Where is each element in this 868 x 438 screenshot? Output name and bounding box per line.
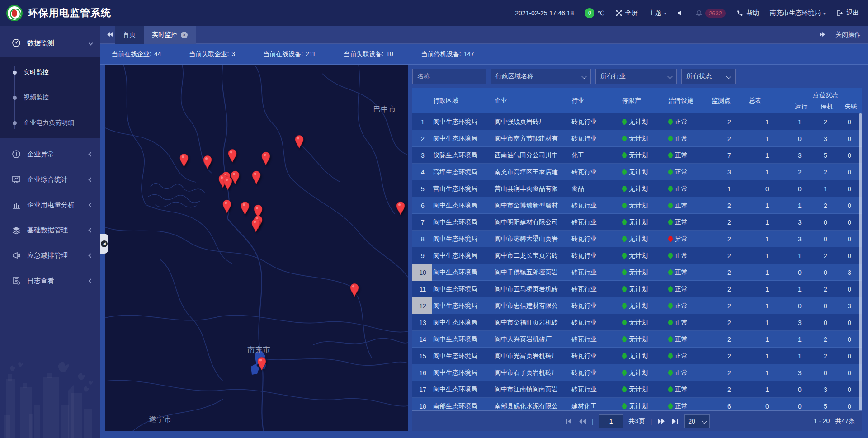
- table-row[interactable]: 16阆中生态环境局阆中市石子页岩机砖厂砖瓦行业无计划正常21300: [412, 364, 862, 381]
- first-page-button[interactable]: [565, 418, 573, 424]
- map-pin[interactable]: [222, 199, 232, 213]
- sidebar-item-emergency-reduction[interactable]: 应急减排管理: [0, 244, 100, 267]
- page-size-select[interactable]: 20: [684, 414, 710, 428]
- table-row[interactable]: 13阆中生态环境局阆中市金福旺页岩机砖砖瓦行业无计划正常21300: [412, 314, 862, 331]
- page-number-input[interactable]: [599, 414, 623, 428]
- cell-lost: 0: [838, 353, 861, 360]
- sidebar-subitem-video-monitoring[interactable]: 视频监控: [0, 85, 100, 110]
- notifications[interactable]: 2632: [695, 9, 726, 18]
- industry-filter-select[interactable]: 所有行业: [595, 69, 677, 84]
- table-row[interactable]: 3仪陇生态环境局西南油气田分公司川中化工无计划正常71350: [412, 147, 862, 164]
- cell-industry: 食品: [571, 185, 621, 193]
- sidebar-subitem-power-load-detail[interactable]: 企业电力负荷明细: [0, 110, 100, 136]
- status-filter-select[interactable]: 所有状态: [681, 69, 736, 84]
- map-pin[interactable]: [222, 176, 233, 190]
- table-row[interactable]: 7阆中生态环境局阆中明阳建材有限公司砖瓦行业无计划正常21300: [412, 214, 862, 231]
- table-row[interactable]: 10阆中生态环境局阆中千佛镇五郎垭页岩砖瓦行业无计划正常21003: [412, 264, 862, 281]
- help-button[interactable]: 帮助: [736, 9, 759, 17]
- map-pin[interactable]: [240, 201, 250, 215]
- cell-run: 2: [787, 169, 813, 176]
- prev-page-button[interactable]: [578, 418, 586, 424]
- map-pin[interactable]: [349, 283, 360, 297]
- row-number: 11: [412, 281, 432, 297]
- table-row[interactable]: 6阆中生态环境局阆中市金博瑞新型墙材砖瓦行业无计划正常21120: [412, 197, 862, 214]
- table-row[interactable]: 12阆中生态环境局阆中市忠信建材有限公砖瓦行业无计划正常21003: [412, 297, 862, 314]
- map-pin[interactable]: [395, 201, 406, 215]
- table-row[interactable]: 17阆中生态环境局阆中市江南镇阆南页岩砖瓦行业无计划正常21030: [412, 381, 862, 398]
- tab-home[interactable]: 首页: [115, 26, 144, 44]
- map-pin[interactable]: [256, 356, 267, 371]
- map-pin[interactable]: [179, 153, 189, 167]
- map-city-label: 遂宁市: [149, 415, 172, 424]
- table-row[interactable]: 8阆中生态环境局阆中市枣碧大梁山页岩砖瓦行业无计划异常21300: [412, 231, 862, 247]
- scrollbar[interactable]: [859, 113, 862, 410]
- map-pin[interactable]: [260, 151, 271, 165]
- close-operations-button[interactable]: 关闭操作: [835, 31, 861, 39]
- cell-facility: 异常: [667, 235, 711, 243]
- table-row[interactable]: 14阆中生态环境局阆中大兴页岩机砖厂砖瓦行业无计划正常21120: [412, 331, 862, 348]
- close-tab-icon[interactable]: ×: [181, 32, 188, 38]
- tabs-scroll-left-button[interactable]: [105, 31, 115, 39]
- map-pin[interactable]: [294, 134, 305, 149]
- stat-item: 当前失联设备:10: [344, 50, 393, 58]
- logout-button[interactable]: 退出: [836, 9, 859, 17]
- cell-lost: 0: [838, 219, 861, 226]
- row-number: 13: [412, 314, 432, 331]
- theme-dropdown[interactable]: 主题 ▾: [649, 9, 666, 17]
- table-header: 行政区域 企业 行业 停限产 治污设施 监测点 总表 点位状态 运行 停机 失联: [412, 88, 862, 113]
- next-page-button[interactable]: [657, 418, 665, 424]
- cell-points: 2: [711, 269, 748, 276]
- status-dot: [622, 119, 627, 125]
- col-run: 运行: [788, 103, 814, 111]
- sidebar-item-base-data[interactable]: 基础数据管理: [0, 219, 100, 241]
- sidebar-item-data-monitoring[interactable]: 数据监测: [0, 32, 100, 54]
- cell-company: 阆中千佛镇五郎垭页岩: [494, 268, 571, 277]
- region-filter-select[interactable]: 行政区域名称: [491, 69, 591, 84]
- sidebar-collapse-handle[interactable]: ◀: [100, 234, 108, 254]
- map-pin[interactable]: [202, 155, 213, 169]
- table-row[interactable]: 9阆中生态环境局阆中市二龙长宝页岩砖砖瓦行业无计划正常21120: [412, 247, 862, 264]
- map-pin[interactable]: [251, 170, 262, 184]
- cell-points: 3: [711, 169, 748, 176]
- sidebar-item-enterprise-abnormal[interactable]: 企业异常: [0, 143, 100, 165]
- table-row[interactable]: 18南部生态环境局南部县砚化水泥有限公建材化工无计划正常60050: [412, 398, 862, 410]
- col-meters: 总表: [748, 97, 787, 105]
- row-number: 10: [412, 264, 432, 281]
- layers-icon: [12, 226, 21, 235]
- cell-district: 阆中生态环境局: [432, 335, 494, 344]
- map-pin[interactable]: [250, 218, 261, 232]
- col-limit: 停限产: [621, 97, 667, 105]
- cell-lost: 0: [838, 336, 861, 343]
- name-filter-input[interactable]: 名称: [412, 69, 486, 84]
- app-title: 环保用电监管系统: [28, 6, 111, 20]
- table-row[interactable]: 2阆中生态环境局阆中市南方节能建材有砖瓦行业无计划正常21030: [412, 130, 862, 147]
- cell-facility: 正常: [667, 369, 711, 377]
- cell-lost: 0: [838, 135, 861, 142]
- map[interactable]: 巴中市南充市遂宁市: [105, 65, 408, 431]
- map-city-label: 南充市: [248, 345, 271, 355]
- cell-company: 阆中市石子页岩机砖厂: [494, 369, 571, 377]
- tab-realtime-monitoring[interactable]: 实时监控 ×: [144, 26, 196, 44]
- table-row[interactable]: 1阆中生态环境局阆中强锐页岩砖厂砖瓦行业无计划正常21120: [412, 113, 862, 130]
- status-dot: [668, 303, 673, 309]
- sound-toggle[interactable]: [677, 9, 684, 17]
- status-dot: [622, 186, 627, 192]
- sidebar-item-enterprise-statistics[interactable]: 企业综合统计: [0, 168, 100, 191]
- tabs-scroll-right-button[interactable]: [817, 31, 827, 39]
- cell-industry: 砖瓦行业: [571, 235, 621, 243]
- table-row[interactable]: 5营山生态环境局营山县润丰肉食品有限食品无计划正常10010: [412, 180, 862, 197]
- sidebar-item-log-view[interactable]: 日志查看: [0, 269, 100, 292]
- user-dropdown[interactable]: 南充市生态环境局 ▾: [770, 9, 826, 17]
- fullscreen-button[interactable]: 全屏: [615, 9, 638, 17]
- last-page-button[interactable]: [671, 418, 679, 424]
- table-row[interactable]: 4高坪生态环境局南充市高坪区王家店建砖瓦行业无计划正常31220: [412, 164, 862, 180]
- stat-value: 211: [306, 50, 316, 58]
- map-pin[interactable]: [227, 148, 238, 163]
- cell-facility: 正常: [667, 352, 711, 360]
- table-row[interactable]: 15阆中生态环境局阆中市光富页岩机砖厂砖瓦行业无计划正常21120: [412, 348, 862, 364]
- sidebar-subitem-realtime-monitoring[interactable]: 实时监控: [0, 60, 100, 85]
- status-dot: [668, 119, 673, 125]
- table-row[interactable]: 11阆中生态环境局阆中市五马桥页岩机砖砖瓦行业无计划正常21120: [412, 281, 862, 297]
- cell-stop: 2: [813, 252, 838, 259]
- sidebar-item-power-analysis[interactable]: 企业用电量分析: [0, 193, 100, 216]
